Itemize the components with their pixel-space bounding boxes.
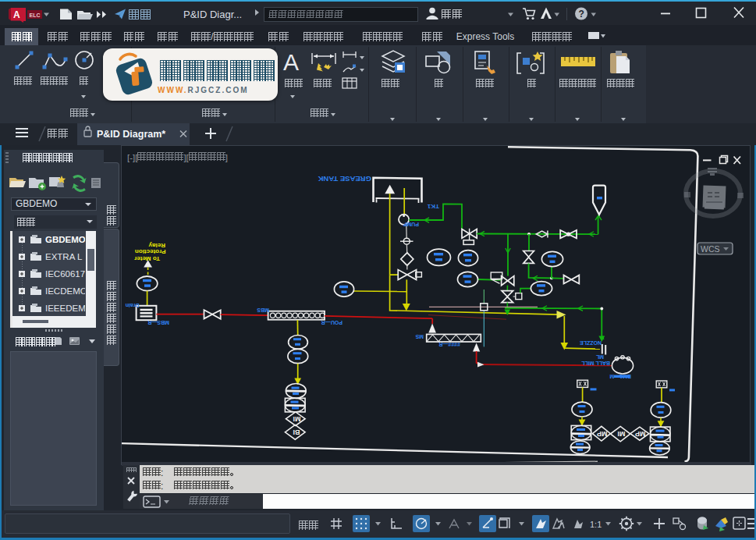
svg-text:Protection: Protection [135, 248, 166, 255]
svg-text:MBS—R: MBS—R [147, 320, 169, 325]
svg-text:MI: MI [293, 415, 301, 423]
svg-text:BI: BI [293, 428, 300, 436]
svg-text:Relay: Relay [148, 242, 165, 249]
svg-text:MI: MI [618, 430, 626, 438]
svg-text:MBS: MBS [257, 307, 269, 313]
svg-text:WCS: WCS [701, 244, 720, 254]
svg-text:BALL MILL: BALL MILL [580, 361, 610, 366]
svg-text:A: A [13, 9, 20, 20]
svg-text:TK1: TK1 [427, 203, 439, 210]
svg-text:ELC: ELC [30, 12, 41, 18]
svg-text:To Meter: To Meter [134, 255, 160, 262]
svg-text:1:1: 1:1 [590, 520, 602, 529]
svg-text:MP: MP [597, 430, 608, 438]
svg-text:MS: MS [415, 334, 424, 339]
svg-text:NOZZLE: NOZZLE [580, 340, 602, 346]
svg-text:####—R: ####—R [438, 342, 460, 347]
svg-text:A: A [283, 49, 299, 75]
svg-text:PUMP: PUMP [403, 222, 419, 227]
svg-text:ML: ML [595, 354, 604, 360]
svg-text:MP: MP [635, 430, 646, 438]
svg-text:Drain: Drain [126, 303, 140, 308]
svg-text:POU—R: POU—R [321, 320, 343, 325]
svg-text:GREASE TANK: GREASE TANK [318, 175, 371, 183]
svg-text:?: ? [579, 9, 584, 20]
